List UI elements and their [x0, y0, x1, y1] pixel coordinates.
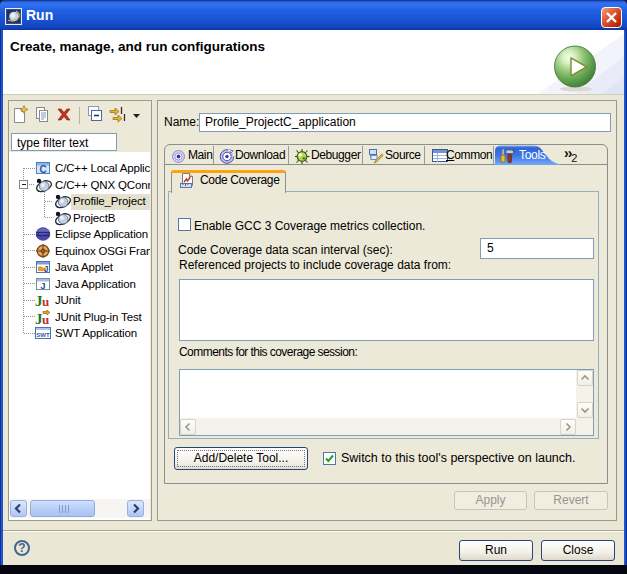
svg-text:C: C	[39, 164, 46, 175]
svg-text:J: J	[40, 280, 45, 291]
svg-text:J: J	[44, 264, 49, 274]
svg-text:SWT: SWT	[36, 332, 50, 338]
svg-text:u: u	[42, 294, 49, 309]
